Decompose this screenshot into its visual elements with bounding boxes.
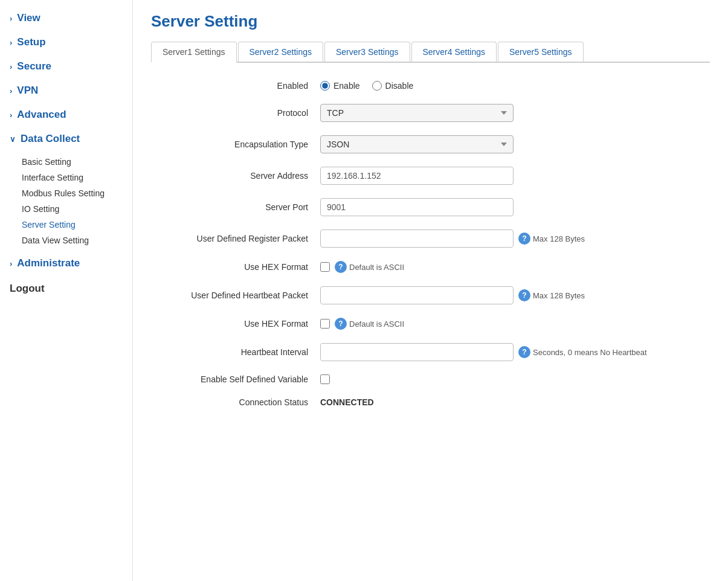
enabled-row: Enabled Enable Disable xyxy=(151,81,695,91)
encapsulation-row: Encapsulation Type JSON Transparent Cust… xyxy=(151,135,695,153)
arrow-icon-secure: › xyxy=(10,62,12,71)
arrow-icon-view: › xyxy=(10,14,12,23)
protocol-select[interactable]: TCP UDP MQTT xyxy=(320,104,514,122)
server-port-control xyxy=(320,198,695,216)
arrow-icon-administrate: › xyxy=(10,259,12,268)
connection-status-control: CONNECTED xyxy=(320,397,695,407)
enabled-label: Enabled xyxy=(151,81,320,91)
sidebar-logout[interactable]: Logout xyxy=(0,275,132,302)
sidebar-item-io-setting[interactable]: IO Setting xyxy=(12,201,132,217)
heartbeat-interval-input[interactable] xyxy=(320,343,514,361)
sidebar-submenu-datacollect: Basic Setting Interface Setting Modbus R… xyxy=(0,151,132,251)
server-address-label: Server Address xyxy=(151,171,320,181)
enabled-control: Enable Disable xyxy=(320,81,695,91)
heartbeat-interval-hint: Seconds, 0 means No Heartbeat xyxy=(533,348,647,357)
server-form: Enabled Enable Disable Protocol xyxy=(151,81,695,407)
tab-server5[interactable]: Server5 Settings xyxy=(498,42,584,62)
sidebar-label-datacollect: Data Collect xyxy=(21,133,80,145)
sidebar-item-vpn[interactable]: › VPN xyxy=(0,79,132,103)
self-defined-variable-label: Enable Self Defined Variable xyxy=(151,374,320,384)
register-packet-hint: Max 128 Bytes xyxy=(533,234,585,243)
sidebar-item-datacollect[interactable]: ∨ Data Collect xyxy=(0,127,132,151)
server-port-row: Server Port xyxy=(151,198,695,216)
sidebar-label-secure: Secure xyxy=(17,60,51,72)
sidebar-item-view[interactable]: › View xyxy=(0,6,132,30)
sidebar-item-data-view[interactable]: Data View Setting xyxy=(12,233,132,248)
encapsulation-control: JSON Transparent Custom xyxy=(320,135,695,153)
hex-format-register-help-icon[interactable]: ? xyxy=(335,261,347,273)
disable-label: Disable xyxy=(385,81,414,91)
protocol-control: TCP UDP MQTT xyxy=(320,104,695,122)
connection-status-value: CONNECTED xyxy=(320,397,374,407)
sidebar-item-basic-setting[interactable]: Basic Setting xyxy=(12,154,132,170)
heartbeat-interval-control: ? Seconds, 0 means No Heartbeat xyxy=(320,343,695,361)
encapsulation-label: Encapsulation Type xyxy=(151,140,320,149)
sidebar: › View › Setup › Secure › VPN › Advanced… xyxy=(0,0,133,581)
heartbeat-interval-label: Heartbeat Interval xyxy=(151,347,320,357)
sidebar-item-server-setting[interactable]: Server Setting xyxy=(12,217,132,233)
arrow-icon-datacollect: ∨ xyxy=(10,135,16,144)
tab-server4[interactable]: Server4 Settings xyxy=(411,42,497,62)
tab-server3[interactable]: Server3 Settings xyxy=(324,42,410,62)
enable-radio[interactable] xyxy=(320,81,330,91)
hex-format-register-checkbox[interactable] xyxy=(320,262,330,272)
heartbeat-interval-help-icon[interactable]: ? xyxy=(518,346,530,358)
hex-format-heartbeat-row: Use HEX Format ? Default is ASCII xyxy=(151,318,695,330)
heartbeat-packet-row: User Defined Heartbeat Packet ? Max 128 … xyxy=(151,286,695,304)
hex-format-register-row: Use HEX Format ? Default is ASCII xyxy=(151,261,695,273)
hex-format-heartbeat-help-icon[interactable]: ? xyxy=(335,318,347,330)
hex-format-heartbeat-checkbox[interactable] xyxy=(320,319,330,329)
sidebar-item-modbus-rules[interactable]: Modbus Rules Setting xyxy=(12,185,132,201)
sidebar-item-secure[interactable]: › Secure xyxy=(0,54,132,79)
page-title: Server Setting xyxy=(151,12,710,31)
self-defined-variable-row: Enable Self Defined Variable xyxy=(151,374,695,384)
server-address-input[interactable] xyxy=(320,167,514,185)
heartbeat-packet-help-icon[interactable]: ? xyxy=(518,289,530,301)
disable-option[interactable]: Disable xyxy=(372,81,414,91)
sidebar-item-advanced[interactable]: › Advanced xyxy=(0,103,132,127)
hex-format-heartbeat-hint: Default is ASCII xyxy=(349,319,404,329)
server-port-input[interactable] xyxy=(320,198,514,216)
register-packet-help-icon[interactable]: ? xyxy=(518,233,530,245)
heartbeat-packet-input[interactable] xyxy=(320,286,514,304)
sidebar-label-setup: Setup xyxy=(17,36,45,48)
sidebar-item-administrate[interactable]: › Administrate xyxy=(0,251,132,275)
server-port-label: Server Port xyxy=(151,202,320,212)
hex-format-register-label: Use HEX Format xyxy=(151,262,320,272)
protocol-row: Protocol TCP UDP MQTT xyxy=(151,104,695,122)
hex-format-heartbeat-label: Use HEX Format xyxy=(151,319,320,329)
hex-format-register-hint: Default is ASCII xyxy=(349,263,404,272)
arrow-icon-vpn: › xyxy=(10,86,12,95)
sidebar-label-vpn: VPN xyxy=(17,85,38,97)
server-tabs: Server1 Settings Server2 Settings Server… xyxy=(151,42,710,63)
enabled-radio-group: Enable Disable xyxy=(320,81,413,91)
register-packet-control: ? Max 128 Bytes xyxy=(320,230,695,248)
protocol-label: Protocol xyxy=(151,108,320,118)
disable-radio[interactable] xyxy=(372,81,382,91)
sidebar-label-view: View xyxy=(17,12,40,24)
main-content: Server Setting Server1 Settings Server2 … xyxy=(133,0,728,581)
register-packet-label: User Defined Register Packet xyxy=(151,234,320,243)
hex-format-register-control: ? Default is ASCII xyxy=(320,261,695,273)
heartbeat-packet-label: User Defined Heartbeat Packet xyxy=(151,290,320,300)
encapsulation-select[interactable]: JSON Transparent Custom xyxy=(320,135,514,153)
server-address-control xyxy=(320,167,695,185)
sidebar-item-interface-setting[interactable]: Interface Setting xyxy=(12,170,132,185)
register-packet-input[interactable] xyxy=(320,230,514,248)
sidebar-label-advanced: Advanced xyxy=(17,109,66,121)
heartbeat-packet-hint: Max 128 Bytes xyxy=(533,291,585,300)
tab-server1[interactable]: Server1 Settings xyxy=(151,42,237,63)
tab-server2[interactable]: Server2 Settings xyxy=(238,42,324,62)
sidebar-item-setup[interactable]: › Setup xyxy=(0,30,132,54)
enable-label: Enable xyxy=(333,81,360,91)
sidebar-label-administrate: Administrate xyxy=(17,257,80,269)
self-defined-variable-control xyxy=(320,374,695,384)
heartbeat-packet-control: ? Max 128 Bytes xyxy=(320,286,695,304)
logout-label: Logout xyxy=(10,283,45,294)
connection-status-label: Connection Status xyxy=(151,397,320,407)
heartbeat-interval-row: Heartbeat Interval ? Seconds, 0 means No… xyxy=(151,343,695,361)
server-address-row: Server Address xyxy=(151,167,695,185)
self-defined-variable-checkbox[interactable] xyxy=(320,374,330,384)
register-packet-row: User Defined Register Packet ? Max 128 B… xyxy=(151,230,695,248)
enable-option[interactable]: Enable xyxy=(320,81,360,91)
